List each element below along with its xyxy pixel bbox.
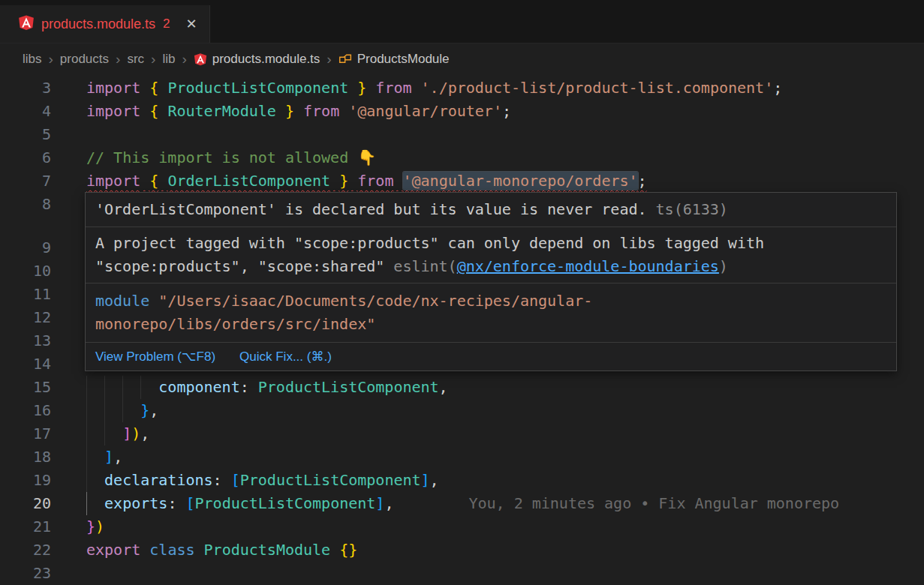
code-token: ProductListComponent	[167, 79, 348, 97]
code-token: './product-list/product-list.component'	[421, 79, 774, 97]
code-line-6[interactable]: 6// This import is not allowed 👇	[0, 146, 924, 170]
code-token: ,	[149, 401, 158, 419]
line-content	[51, 123, 86, 146]
line-number[interactable]: 21	[0, 515, 51, 538]
line-number[interactable]: 15	[0, 376, 51, 399]
line-content	[51, 236, 86, 260]
code-line-4[interactable]: 4import { RouterModule } from '@angular/…	[0, 100, 924, 123]
code-token: ,	[384, 494, 393, 512]
line-number[interactable]: 3	[0, 76, 51, 100]
code-token	[348, 172, 357, 190]
breadcrumb-item-products-module-ts[interactable]: products.module.ts	[194, 52, 321, 67]
breadcrumb-label: lib	[162, 52, 175, 67]
code-line-7[interactable]: 7import { OrderListComponent } from '@an…	[0, 170, 924, 193]
line-number[interactable]: 9	[0, 236, 51, 260]
breadcrumb-label: libs	[23, 52, 42, 67]
line-content	[51, 352, 86, 376]
code-line-17[interactable]: 17]),	[0, 422, 924, 446]
line-number[interactable]: 7	[0, 170, 51, 193]
line-content: ]),	[51, 422, 149, 446]
code-token: :	[240, 378, 258, 396]
line-number[interactable]: 22	[0, 538, 51, 562]
line-content: // This import is not allowed 👇	[51, 146, 376, 170]
code-token: ]	[421, 471, 430, 489]
code-line-18[interactable]: 18],	[0, 446, 924, 469]
line-number[interactable]: 23	[0, 562, 51, 585]
code-token	[393, 172, 402, 190]
indent-guide	[104, 376, 122, 399]
line-content: import { ProductListComponent } from './…	[51, 76, 782, 100]
tab-products-module-ts[interactable]: products.module.ts 2 ✕	[0, 5, 210, 43]
breadcrumb-item-productsmodule[interactable]: ProductsModule	[339, 52, 450, 67]
angular-icon	[18, 14, 35, 34]
code-token: }	[348, 541, 357, 559]
code-token: component	[158, 378, 239, 396]
chevron-right-icon: ›	[49, 51, 53, 68]
code-line-20[interactable]: 20exports: [ProductListComponent],You, 2…	[0, 492, 924, 515]
line-number[interactable]: 18	[0, 446, 51, 469]
line-number[interactable]: 16	[0, 399, 51, 422]
line-number[interactable]: 8	[0, 193, 51, 216]
code-line-22[interactable]: 22export class ProductsModule {}	[0, 538, 924, 562]
tab-bar: products.module.ts 2 ✕	[0, 0, 924, 44]
line-number[interactable]: 20	[0, 492, 51, 515]
code-token: ProductListComponent	[240, 471, 421, 489]
indent-guide	[86, 446, 104, 469]
code-token: export	[86, 541, 140, 559]
code-line-16[interactable]: 16},	[0, 399, 924, 422]
line-number[interactable]: 19	[0, 469, 51, 492]
hover-action-quick-fix[interactable]: Quick Fix... (⌘.)	[239, 345, 332, 368]
breadcrumb-item-lib[interactable]: lib	[162, 52, 175, 67]
line-number[interactable]: 4	[0, 100, 51, 123]
code-token	[339, 102, 348, 120]
indent-guide	[86, 469, 104, 492]
code-token: module	[95, 292, 149, 310]
line-number[interactable]: 5	[0, 123, 51, 146]
chevron-right-icon: ›	[116, 51, 120, 68]
indent-guide	[86, 422, 104, 446]
code-line-19[interactable]: 19declarations: [ProductListComponent],	[0, 469, 924, 492]
line-content	[51, 562, 86, 585]
code-token: }	[140, 401, 149, 419]
hover-text-line: A project tagged with "scope:products" c…	[95, 232, 886, 255]
line-number[interactable]: 14	[0, 352, 51, 376]
code-line-21[interactable]: 21})	[0, 515, 924, 538]
breadcrumb-item-src[interactable]: src	[127, 52, 144, 67]
code-token	[140, 172, 149, 190]
code-token: declarations	[104, 471, 213, 489]
line-number[interactable]: 13	[0, 329, 51, 352]
code-line-23[interactable]: 23	[0, 562, 924, 585]
line-number[interactable]: 11	[0, 283, 51, 306]
indent-guide	[86, 376, 104, 399]
hover-action-view-problem-f8[interactable]: View Problem (⌥F8)	[95, 345, 215, 368]
breadcrumb-item-products[interactable]: products	[60, 52, 109, 67]
close-icon[interactable]: ✕	[186, 16, 197, 32]
indent-guide	[104, 422, 122, 446]
code-token: ,	[140, 424, 149, 442]
code-token: import	[86, 172, 140, 190]
code-token: ProductListComponent	[258, 378, 439, 396]
code-token: "/Users/isaac/Documents/code/nx-recipes/…	[158, 292, 592, 310]
line-number[interactable]: 10	[0, 260, 51, 283]
code-line-15[interactable]: 15component: ProductListComponent,	[0, 376, 924, 399]
code-token: A project tagged with "scope:products" c…	[95, 234, 764, 252]
code-token: [	[185, 494, 194, 512]
chevron-right-icon: ›	[182, 51, 186, 68]
code-token	[348, 79, 357, 97]
line-content	[51, 283, 86, 306]
line-number[interactable]: 12	[0, 306, 51, 329]
code-token: ;	[502, 102, 511, 120]
tab-title: products.module.ts	[41, 16, 155, 32]
indent-guide	[122, 376, 140, 399]
code-token	[412, 79, 421, 97]
breadcrumb-item-libs[interactable]: libs	[23, 52, 42, 67]
code-token	[149, 292, 158, 310]
line-number[interactable]: 6	[0, 146, 51, 170]
eslint-rule-link[interactable]: @nx/enforce-module-boundaries	[457, 257, 719, 275]
code-token: exports	[104, 494, 167, 512]
hover-text-line: "scope:products", "scope:shared" eslint(…	[95, 255, 886, 278]
line-number[interactable]: 17	[0, 422, 51, 446]
code-line-3[interactable]: 3import { ProductListComponent } from '.…	[0, 76, 924, 100]
code-line-5[interactable]: 5	[0, 123, 924, 146]
code-token: }	[285, 102, 294, 120]
